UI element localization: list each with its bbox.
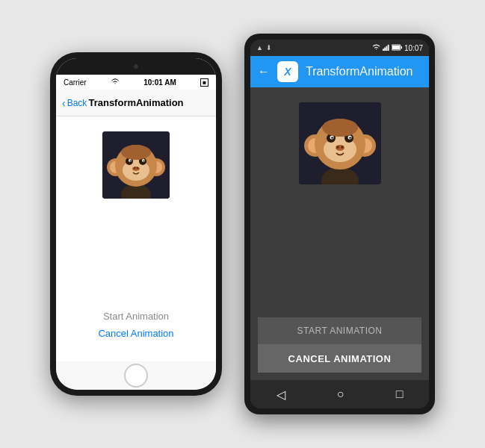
- ios-status-bar: Carrier 10:01 AM ■: [56, 75, 216, 90]
- svg-point-12: [130, 161, 132, 162]
- svg-point-37: [331, 137, 333, 138]
- android-app-icon-label: X: [284, 66, 291, 78]
- android-content: START ANIMATION CANCEL ANIMATION: [250, 87, 429, 380]
- ios-carrier-label: Carrier: [64, 78, 87, 87]
- svg-rect-21: [388, 44, 389, 50]
- ios-cancel-button[interactable]: Cancel Animation: [98, 328, 173, 339]
- android-battery-icon: [392, 44, 402, 52]
- ios-camera-dot: [134, 64, 138, 69]
- ios-nav-bar: ‹ Back TransformAnimation: [56, 90, 216, 116]
- android-start-button[interactable]: START ANIMATION: [258, 317, 421, 344]
- svg-rect-20: [386, 46, 387, 50]
- svg-point-38: [349, 137, 350, 138]
- android-status-right: 10:07: [372, 44, 423, 52]
- ios-battery-icon: ■: [200, 78, 208, 87]
- svg-point-15: [134, 167, 136, 169]
- ios-home-bar: [56, 361, 216, 390]
- android-status-left: ▲ ⬇: [256, 44, 272, 52]
- svg-rect-19: [384, 47, 386, 51]
- ios-content: Start Animation Cancel Animation: [56, 116, 216, 361]
- android-warning-icon: ▲: [256, 44, 263, 52]
- ios-start-button[interactable]: Start Animation: [103, 311, 169, 322]
- android-recents-nav-icon[interactable]: □: [396, 388, 404, 401]
- android-home-nav-icon[interactable]: ○: [337, 388, 345, 401]
- android-cancel-button[interactable]: CANCEL ANIMATION: [258, 344, 421, 373]
- svg-rect-23: [401, 46, 402, 49]
- android-wifi-icon: [372, 44, 380, 52]
- android-time: 10:07: [404, 44, 423, 52]
- ios-home-button[interactable]: [124, 364, 148, 388]
- android-signal-icon: [383, 44, 389, 52]
- svg-point-40: [336, 146, 339, 149]
- ios-phone: Carrier 10:01 AM ■ ‹ Back TransformAnima…: [50, 52, 222, 396]
- svg-point-17: [121, 145, 151, 160]
- ios-back-chevron-icon: ‹: [62, 97, 66, 109]
- svg-point-13: [143, 161, 145, 162]
- ios-time: 10:01 AM: [143, 78, 176, 87]
- svg-rect-24: [392, 46, 400, 49]
- svg-point-16: [137, 167, 139, 169]
- android-toolbar: ← X TransformAnimation: [250, 56, 429, 87]
- android-phone: ▲ ⬇: [244, 34, 435, 414]
- ios-back-button[interactable]: ‹ Back: [62, 97, 87, 109]
- android-download-icon: ⬇: [266, 44, 272, 52]
- svg-point-41: [341, 146, 344, 149]
- ios-monkey-image: [102, 131, 170, 199]
- ios-status-right: ■: [200, 78, 208, 87]
- ios-back-label: Back: [67, 98, 87, 108]
- android-monkey-image: [299, 102, 381, 184]
- android-back-icon[interactable]: ←: [258, 65, 270, 78]
- svg-point-14: [132, 167, 140, 171]
- ios-camera-area: [56, 58, 216, 75]
- android-back-nav-icon[interactable]: ◁: [277, 388, 285, 402]
- android-buttons: START ANIMATION CANCEL ANIMATION: [258, 317, 421, 373]
- android-status-bar: ▲ ⬇: [250, 40, 429, 56]
- svg-point-42: [322, 119, 358, 137]
- ios-wifi-icon: [111, 78, 120, 87]
- svg-rect-18: [383, 49, 384, 51]
- android-nav-bar: ◁ ○ □: [250, 380, 429, 408]
- ios-buttons: Start Animation Cancel Animation: [64, 311, 208, 346]
- android-app-icon: X: [277, 61, 298, 82]
- android-toolbar-title: TransformAnimation: [306, 65, 413, 78]
- ios-nav-title: TransformAnimation: [88, 97, 183, 108]
